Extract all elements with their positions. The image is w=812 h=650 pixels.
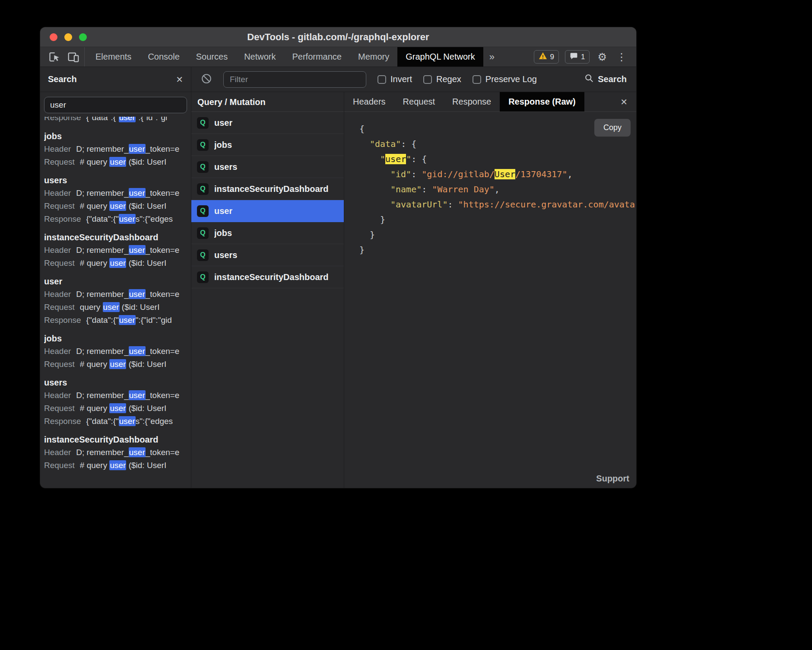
search-result-title[interactable]: jobs [44,332,188,345]
devtools-tab-performance[interactable]: Performance [284,47,350,67]
inspect-element-icon[interactable] [47,50,62,64]
minimize-window-button[interactable] [64,33,72,41]
checkbox-invert[interactable]: Invert [377,74,412,84]
text-segment: {"data":{" [86,417,119,426]
query-row[interactable]: Qjobs [191,222,344,244]
search-result-line[interactable]: Request# query user ($id: UserI [44,358,188,371]
traffic-lights [50,27,87,47]
query-list: QuserQjobsQusersQinstanceSecurityDashboa… [191,112,344,488]
devtools-tool-icons [40,47,85,67]
query-row[interactable]: Qusers [191,156,344,178]
search-result-line[interactable]: HeaderD; remember_user_token=e [44,288,188,301]
search-result-line[interactable]: HeaderD; remember_user_token=e [44,187,188,200]
response-panel: HeadersRequestResponseResponse (Raw)✕ Co… [344,92,636,488]
devtools-tab-graphql-network[interactable]: GraphQL Network [397,47,483,67]
query-panel: Query / Mutation QuserQjobsQusersQinstan… [191,92,344,488]
response-tab-response-raw[interactable]: Response (Raw) [500,92,584,112]
devtools-tab-elements[interactable]: Elements [87,47,140,67]
titlebar: DevTools - gitlab.com/-/graphql-explorer [40,27,636,47]
text-segment: D; remember_ [76,245,128,255]
search-result-line[interactable]: HeaderD; remember_user_token=e [44,389,188,402]
yellow-highlight: User [495,169,515,179]
checkbox-label: Invert [390,74,412,84]
warnings-badge[interactable]: 9 [534,50,559,64]
search-result-line[interactable]: Response{"data":{"users":{"edges [44,415,188,428]
search-result-section: userHeaderD; remember_user_token=eReques… [44,275,188,327]
search-result-line[interactable]: Request# query user ($id: UserI [44,459,188,472]
search-result-line[interactable]: HeaderD; remember_user_token=e [44,446,188,459]
search-result-title[interactable]: instanceSecurityDashboard [44,231,188,244]
query-row[interactable]: QinstanceSecurityDashboard [191,266,344,288]
json-line: "name": "Warren Day", [359,182,636,197]
search-result-line[interactable]: Request# query user ($id: UserI [44,402,188,415]
search-result-line[interactable]: HeaderD; remember_user_token=e [44,345,188,358]
text-segment: query [80,303,103,312]
search-result-line[interactable]: HeaderD; remember_user_token=e [44,244,188,257]
clear-log-icon[interactable] [201,73,212,86]
query-row[interactable]: Quser [191,112,344,134]
search-result-line[interactable]: Request# query user ($id: UserI [44,200,188,213]
search-result-line[interactable]: Request# query user ($id: UserI [44,257,188,270]
text-segment: D; remember_ [76,448,128,457]
result-line-label: Response [44,214,81,223]
query-badge: Q [197,249,209,261]
text-segment: : [447,199,458,210]
toolbar-search-button[interactable]: Search [584,73,627,85]
checkbox-preserve-log[interactable]: Preserve Log [473,74,537,84]
search-result-line[interactable]: Requestquery user ($id: UserI [44,301,188,314]
search-result-line[interactable]: Response{"data":{"user":{"id":"gi [44,117,188,124]
query-row[interactable]: Quser [191,200,344,222]
search-input[interactable] [44,97,187,113]
search-highlight: user [129,289,146,299]
text-segment: _token=e [146,448,180,457]
toolbar-row: Search ✕ InvertRegexPreserve Log Search [40,67,636,92]
devtools-tab-memory[interactable]: Memory [350,47,397,67]
devtools-tab-network[interactable]: Network [236,47,284,67]
text-segment: "id" [390,169,411,179]
result-line-content: {"data":{"users":{"edges [86,214,173,224]
more-tabs-button[interactable]: » [483,47,501,67]
search-result-line[interactable]: HeaderD; remember_user_token=e [44,143,188,156]
query-row[interactable]: QinstanceSecurityDashboard [191,178,344,200]
response-tab-response[interactable]: Response [444,92,500,112]
devtools-tab-sources[interactable]: Sources [188,47,236,67]
json-line: } [359,242,636,258]
search-highlight: user [109,460,126,470]
toolbar-search-label: Search [598,74,627,84]
response-tab-request[interactable]: Request [394,92,444,112]
result-line-label: Header [44,290,71,299]
close-response-icon[interactable]: ✕ [612,92,636,112]
close-search-icon[interactable]: ✕ [176,74,183,85]
support-link[interactable]: Support [596,474,629,484]
device-toolbar-icon[interactable] [66,50,81,64]
devtools-tab-console[interactable]: Console [140,47,187,67]
text-segment: s":{"edges [136,417,173,426]
search-result-title[interactable]: users [44,376,188,389]
search-highlight: user [129,447,146,457]
partial-result-clip: Response{"data":{"user":{"id":"gi [44,117,188,124]
text-segment: {"data":{" [86,315,119,325]
query-badge: Q [197,183,209,195]
settings-gear-icon[interactable]: ⚙ [596,52,609,62]
messages-badge[interactable]: 1 [565,50,590,64]
zoom-window-button[interactable] [79,33,87,41]
response-tab-headers[interactable]: Headers [344,92,394,112]
close-window-button[interactable] [50,33,57,41]
kebab-menu-icon[interactable]: ⋮ [615,52,628,62]
query-label: user [214,206,232,216]
search-result-title[interactable]: users [44,174,188,187]
warning-icon [539,52,547,62]
query-row[interactable]: Qjobs [191,134,344,156]
copy-button[interactable]: Copy [594,119,631,137]
text-segment: ($id: UserI [126,258,166,268]
search-result-line[interactable]: Response{"data":{"user":{"id":"gid [44,314,188,327]
query-row[interactable]: Qusers [191,244,344,266]
search-result-title[interactable]: instanceSecurityDashboard [44,433,188,446]
json-line: "user": { [359,152,636,167]
filter-input[interactable] [223,71,366,88]
checkbox-regex[interactable]: Regex [423,74,461,84]
search-result-title[interactable]: user [44,275,188,288]
search-result-line[interactable]: Request# query user ($id: UserI [44,156,188,169]
search-result-line[interactable]: Response{"data":{"users":{"edges [44,213,188,226]
search-result-title[interactable]: jobs [44,130,188,143]
